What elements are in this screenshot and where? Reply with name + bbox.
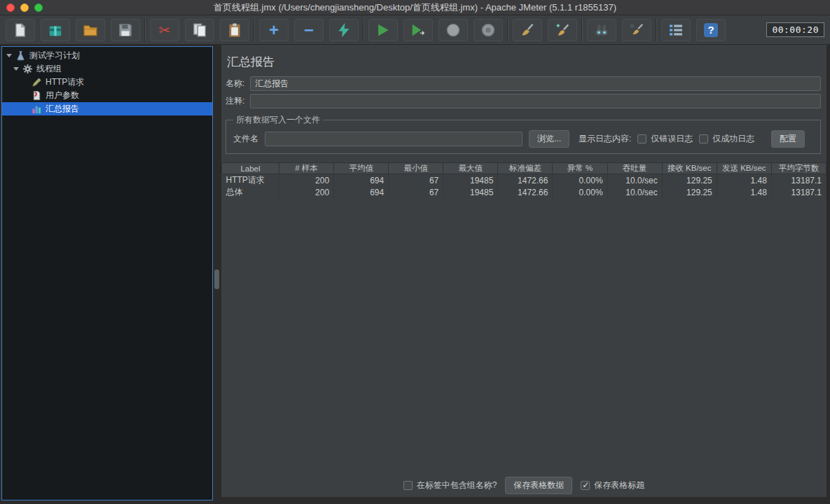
configure-button[interactable]: 配置	[771, 130, 805, 148]
stop-icon	[445, 22, 461, 38]
save-button[interactable]	[111, 19, 140, 41]
save-table-header-checkbox[interactable]: 保存表格标题	[581, 479, 644, 491]
table-cell: 0.00%	[553, 174, 607, 187]
comment-label: 注释:	[226, 95, 244, 107]
play-icon	[375, 22, 391, 38]
tree-item-label: 线程组	[36, 63, 62, 75]
header-max[interactable]: 最大值	[443, 163, 498, 174]
copy-button[interactable]	[185, 19, 214, 41]
comment-input[interactable]	[250, 94, 821, 108]
test-plan-icon	[15, 50, 26, 61]
success-only-checkbox[interactable]: 仅成功日志	[699, 133, 754, 145]
toggle-button[interactable]	[329, 19, 359, 41]
include-group-name-checkbox[interactable]: 在标签中包含组名称?	[403, 479, 497, 491]
summary-report-panel: 汇总报告 名称: 注释: 所有数据写入一个文件 文件名 浏览... 显示日志内容…	[221, 45, 826, 497]
help-button[interactable]: ?	[696, 19, 726, 41]
header-error-pct[interactable]: 异常 %	[553, 163, 607, 174]
table-cell: 13187.1	[771, 186, 826, 198]
close-window-button[interactable]	[6, 4, 15, 12]
checkbox-label: 保存表格标题	[594, 479, 644, 491]
file-group	[6, 19, 140, 41]
browse-button[interactable]: 浏览...	[529, 130, 569, 148]
header-min[interactable]: 最小值	[389, 163, 443, 174]
remove-button[interactable]: −	[294, 19, 324, 41]
cut-button[interactable]: ✂	[150, 19, 179, 41]
tree-item-thread-group[interactable]: 线程组	[2, 62, 212, 76]
paste-button[interactable]	[220, 19, 249, 41]
header-received-kb[interactable]: 接收 KB/sec	[662, 163, 717, 174]
open-button[interactable]	[76, 19, 105, 41]
file-row: 文件名 浏览... 显示日志内容: 仅错误日志 仅成功日志 配置	[233, 130, 813, 148]
play-no-pauses-icon	[410, 22, 426, 38]
add-button[interactable]: +	[259, 19, 289, 41]
toolbar: ✂ + −	[0, 15, 830, 45]
tree-item-label: 测试学习计划	[29, 50, 80, 62]
minimize-window-button[interactable]	[20, 4, 29, 12]
function-helper-button[interactable]	[661, 19, 691, 41]
errors-only-checkbox[interactable]: 仅错误日志	[637, 133, 693, 145]
write-results-fieldset: 所有数据写入一个文件 文件名 浏览... 显示日志内容: 仅错误日志 仅成功日志…	[226, 114, 821, 154]
name-row: 名称:	[226, 76, 821, 91]
stop-button[interactable]	[438, 19, 468, 41]
table-header-row: Label # 样本 平均值 最小值 最大值 标准偏差 异常 % 吞吐量 接收 …	[222, 163, 826, 174]
new-testplan-button[interactable]	[6, 19, 35, 41]
table-cell: 129.25	[662, 186, 717, 198]
tree-item-user-params[interactable]: 用户参数	[2, 89, 212, 102]
titlebar: 首页线程组.jmx (/Users/chengjiansheng/Desktop…	[0, 0, 830, 15]
table-row[interactable]: HTTP请求 200 694 67 19485 1472.66 0.00% 10…	[222, 174, 826, 187]
summary-report-chart-icon	[32, 104, 42, 114]
header-throughput[interactable]: 吞吐量	[607, 163, 662, 174]
open-folder-icon	[83, 22, 98, 38]
checkbox-unchecked-icon	[403, 481, 413, 490]
clear-button[interactable]	[513, 19, 542, 41]
clear-search-button[interactable]	[622, 19, 651, 41]
search-button[interactable]	[587, 19, 616, 41]
table-cell: 1.48	[717, 174, 771, 187]
help-group: ?	[661, 19, 726, 41]
tree-item-summary-report[interactable]: 汇总报告	[2, 102, 212, 115]
zoom-window-button[interactable]	[34, 4, 43, 12]
chevron-down-icon[interactable]	[6, 54, 12, 57]
shutdown-button[interactable]	[473, 19, 503, 41]
start-button[interactable]	[368, 19, 398, 41]
chevron-down-icon[interactable]	[13, 67, 19, 71]
start-no-pauses-button[interactable]	[403, 19, 433, 41]
tree-item-label: 汇总报告	[46, 103, 79, 115]
table-cell: 19485	[443, 174, 498, 187]
search-group	[587, 19, 651, 41]
window-controls	[6, 4, 43, 12]
clear-all-button[interactable]	[548, 19, 577, 41]
toolbar-separator	[507, 18, 509, 42]
save-table-data-button[interactable]: 保存表格数据	[505, 477, 572, 494]
fieldset-legend: 所有数据写入一个文件	[233, 114, 323, 126]
header-sent-kb[interactable]: 发送 KB/sec	[717, 163, 771, 174]
tree-item-test-plan[interactable]: 测试学习计划	[2, 49, 212, 62]
run-group	[368, 19, 503, 41]
filename-input[interactable]	[265, 132, 523, 146]
header-avg-bytes[interactable]: 平均字节数	[771, 163, 826, 174]
table-row[interactable]: 总体 200 694 67 19485 1472.66 0.00% 10.0/s…	[222, 186, 826, 198]
shutdown-icon	[480, 22, 496, 38]
clear-search-icon	[629, 22, 644, 38]
templates-icon	[48, 22, 63, 38]
header-average[interactable]: 平均值	[334, 163, 389, 174]
tree-item-http-request[interactable]: HTTP请求	[2, 76, 212, 89]
name-input[interactable]	[250, 76, 821, 91]
split-divider-handle[interactable]	[214, 270, 219, 289]
templates-button[interactable]	[41, 19, 70, 41]
header-samples[interactable]: # 样本	[279, 163, 334, 174]
checkbox-unchecked-icon	[637, 134, 646, 144]
checkbox-unchecked-icon	[699, 134, 708, 144]
toggle-bolt-icon	[336, 22, 352, 38]
table-cell: 1472.66	[498, 186, 553, 198]
tree-item-label: HTTP请求	[46, 76, 84, 88]
toolbar-separator	[144, 18, 146, 42]
toolbar-separator	[656, 18, 657, 42]
header-stddev[interactable]: 标准偏差	[498, 163, 553, 174]
toolbar-separator	[254, 18, 255, 42]
testplan-tree: 测试学习计划 线程组 HTTP请求 用户参数 汇总报告	[1, 46, 213, 500]
table-cell: 13187.1	[771, 174, 826, 187]
header-label[interactable]: Label	[222, 163, 279, 174]
table-cell: 10.0/sec	[607, 174, 662, 187]
table-cell: 129.25	[662, 174, 717, 187]
